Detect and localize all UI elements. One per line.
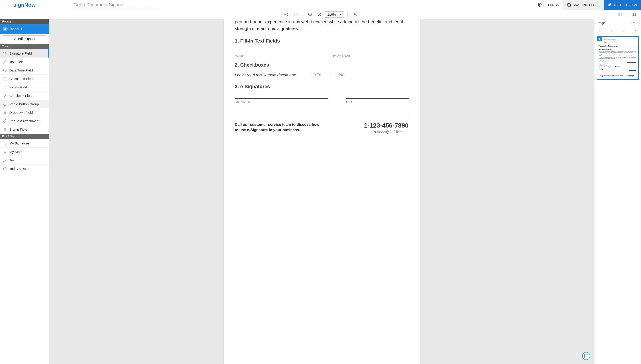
- download-button[interactable]: [351, 11, 359, 18]
- gear-icon: [538, 3, 542, 7]
- yes-label: YES: [314, 73, 321, 77]
- chevron-down-icon: ▾: [340, 12, 342, 16]
- save-label: SAVE AND CLOSE: [573, 3, 600, 7]
- tool-label: Signature Field: [9, 52, 32, 55]
- invite-label: INVITE TO SIGN: [614, 3, 637, 7]
- doc-heading: 3. e-Signatures: [235, 84, 408, 90]
- tool-signature-field[interactable]: Signature Field: [0, 49, 49, 58]
- tool-todays-date[interactable]: Today's Date: [0, 164, 49, 173]
- zoom-select[interactable]: 110% ▾: [325, 11, 344, 18]
- svg-point-0: [539, 4, 540, 6]
- user-icon: [3, 26, 8, 32]
- tool-text-field[interactable]: Text Field: [0, 58, 49, 66]
- page-thumbnail[interactable]: 1 Sign this sample document toget set up…: [597, 36, 639, 80]
- svg-rect-8: [618, 13, 622, 16]
- next-page-button[interactable]: ›: [622, 28, 625, 33]
- pages-panel-toggle[interactable]: [630, 11, 638, 18]
- checkbox-yes: [305, 72, 311, 78]
- tool-radio-button-group[interactable]: Radio Button Group: [0, 100, 49, 108]
- tool-my-stamp[interactable]: My Stamp: [0, 148, 49, 156]
- tool-my-signature[interactable]: My Signature: [0, 139, 49, 148]
- stamp-icon: [3, 128, 7, 131]
- tool-label: Text Field: [9, 60, 24, 64]
- doc-heading: 2. Checkboxes: [235, 62, 408, 68]
- footer-phone: 1-123-456-7890: [364, 122, 408, 129]
- document-page[interactable]: simple, professional signing experience.…: [224, 19, 420, 364]
- undo-button[interactable]: [282, 11, 290, 18]
- first-page-button[interactable]: «: [598, 28, 602, 33]
- no-label: NO: [339, 73, 345, 77]
- clock-icon: [3, 68, 7, 72]
- thumb-text: You can place text fields, checkboxes, d…: [599, 51, 636, 55]
- zoom-value: 110%: [327, 12, 336, 16]
- save-and-close-button[interactable]: SAVE AND CLOSE: [563, 0, 604, 10]
- tool-request-attachment[interactable]: Request Attachment: [0, 117, 49, 125]
- layout-icon[interactable]: [616, 11, 624, 18]
- thumb-text: I have read this sample document: YES NO: [599, 66, 636, 68]
- tool-label: Request Attachment: [9, 119, 40, 123]
- check-icon: [3, 94, 7, 98]
- tool-date-time-field[interactable]: Date/Time Field: [0, 66, 49, 74]
- dropdown-icon: [3, 111, 7, 114]
- redo-button[interactable]: [292, 11, 300, 18]
- signer-name: Signer 1: [10, 27, 22, 31]
- zoom-out-button[interactable]: [306, 11, 314, 18]
- svg-rect-10: [634, 13, 636, 16]
- thumb-page-number: 1: [597, 37, 602, 42]
- header: signNow Get a Document Signed SETTINGS S…: [0, 0, 641, 10]
- main: Request Signer 1 Edit Signers Tools Sign…: [0, 19, 641, 364]
- signature-field-label: SIGNATURE: [235, 100, 328, 104]
- invite-to-sign-button[interactable]: INVITE TO SIGN: [604, 0, 641, 10]
- footer-email: support@pdffiller.com: [364, 130, 408, 134]
- clock-icon: [3, 167, 7, 170]
- tool-label: Initials Field: [9, 85, 27, 89]
- tool-label: Stamp Field: [9, 128, 27, 131]
- tool-text[interactable]: Text: [0, 156, 49, 164]
- thumb-fields: [599, 62, 636, 64]
- last-page-button[interactable]: »: [634, 28, 638, 33]
- document-title-input[interactable]: Get a Document Signed: [74, 2, 162, 8]
- checkbox-no: [330, 72, 336, 78]
- signature-field-line: [235, 94, 328, 99]
- chat-fab[interactable]: [582, 352, 590, 360]
- paperclip-icon: [3, 119, 7, 123]
- tool-label: Radio Button Group: [9, 102, 39, 106]
- tool-label: My Stamp: [9, 150, 24, 154]
- tool-dropdown-field[interactable]: Dropdown Field: [0, 108, 49, 117]
- svg-point-16: [4, 103, 6, 106]
- radio-icon: [3, 102, 7, 106]
- tool-calculated-field[interactable]: Calculated Field: [0, 74, 49, 83]
- feather-icon: [608, 3, 612, 7]
- thumb-heading: 2. Checkboxes: [599, 64, 636, 66]
- tool-label: Text: [9, 158, 16, 162]
- thumb-title: Sample Document: [599, 45, 636, 48]
- thumb-text: Collecting realistic hand-drawn signatur…: [599, 56, 636, 60]
- tool-checkbox-field[interactable]: Checkbox Field: [0, 92, 49, 100]
- zoom-in-button[interactable]: [316, 11, 324, 18]
- page-label: Page: [598, 21, 605, 25]
- footer-text: Call our customer service team to discus…: [235, 122, 320, 133]
- request-header: Request: [0, 19, 49, 24]
- settings-button[interactable]: SETTINGS: [534, 0, 563, 10]
- settings-label: SETTINGS: [544, 3, 559, 7]
- edit-signers-button[interactable]: Edit Signers: [3, 36, 46, 42]
- stamp-icon: [3, 150, 7, 154]
- tools-header: Tools: [0, 44, 49, 49]
- signer-item[interactable]: Signer 1: [0, 24, 49, 34]
- pages-panel: Page 1 of 1 « ‹ › » 1 Sign this sample d…: [594, 19, 641, 364]
- toolbar: 110% ▾: [0, 10, 641, 19]
- tool-initials-field[interactable]: Initials Field: [0, 83, 49, 92]
- prev-page-button[interactable]: ‹: [610, 28, 614, 33]
- thumb-heading: Welcome to e-Signature!: [599, 49, 636, 50]
- thumb-footer-phone: 1-123-456-7890support@pdffiller.com: [626, 75, 636, 78]
- date-field-label: DATE: [346, 100, 408, 104]
- sidebar: Request Signer 1 Edit Signers Tools Sign…: [0, 19, 49, 364]
- tool-stamp-field[interactable]: Stamp Field: [0, 125, 49, 134]
- pen-icon: [3, 52, 7, 55]
- svg-line-2: [311, 15, 312, 16]
- pen-icon: [3, 142, 7, 145]
- name-field-line: [235, 48, 312, 53]
- date-field-line: [346, 94, 408, 99]
- svg-point-11: [5, 28, 6, 29]
- tool-label: Date/Time Field: [9, 68, 33, 72]
